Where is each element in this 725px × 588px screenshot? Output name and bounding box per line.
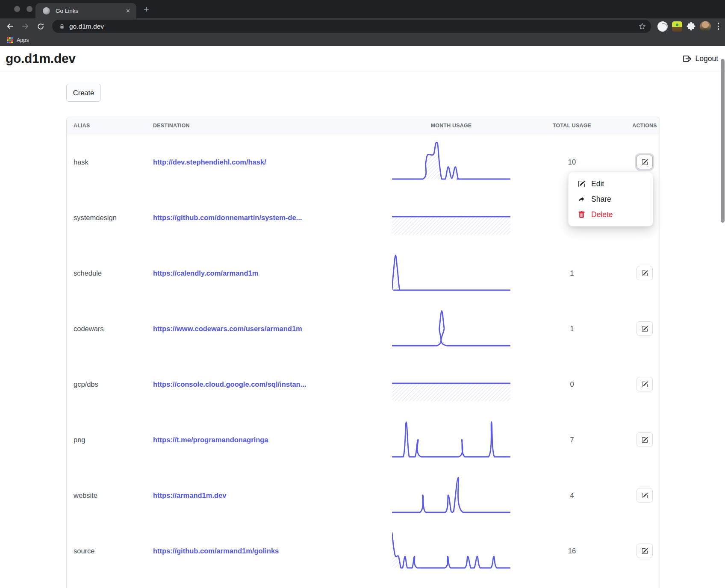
destination-link[interactable]: https://t.me/programandonagringa xyxy=(153,436,268,444)
actions-menu: Edit Share Delete xyxy=(568,172,653,226)
browser-menu-icon[interactable] xyxy=(715,23,722,29)
window-close-button[interactable] xyxy=(14,6,20,12)
alias-cell: gcp/dbs xyxy=(67,380,153,388)
table-row: gcp/dbs https://console.cloud.google.com… xyxy=(67,356,660,412)
table-row: png https://t.me/programandonagringa 7 xyxy=(67,412,660,467)
logout-label: Logout xyxy=(695,54,718,63)
column-header-total-usage: TOTAL USAGE xyxy=(514,123,630,129)
column-header-destination: DESTINATION xyxy=(153,123,388,129)
lock-icon[interactable] xyxy=(59,24,65,29)
total-usage-value: 1 xyxy=(514,325,630,333)
row-actions-button[interactable] xyxy=(637,544,653,558)
logout-icon xyxy=(683,55,691,63)
tab-close-icon[interactable]: ✕ xyxy=(124,7,132,15)
extension-grass-icon[interactable] xyxy=(672,21,682,32)
edit-pencil-icon xyxy=(642,270,648,276)
extension-shutter-icon[interactable] xyxy=(657,21,668,32)
column-header-actions: ACTIONS xyxy=(630,123,660,129)
total-usage-value: 4 xyxy=(514,491,630,500)
apps-label: Apps xyxy=(17,37,29,43)
menu-item-share-label: Share xyxy=(591,195,611,204)
url-text: go.d1m.dev xyxy=(69,23,639,30)
table-row: codewars https://www.codewars.com/users/… xyxy=(67,301,660,356)
table-header-row: ALIAS DESTINATION MONTH USAGE TOTAL USAG… xyxy=(67,117,660,134)
month-usage-sparkline xyxy=(392,308,510,347)
column-header-month-usage: MONTH USAGE xyxy=(388,123,514,129)
destination-link[interactable]: https://console.cloud.google.com/sql/ins… xyxy=(153,380,306,388)
table-row: schedule https://calendly.com/armand1m 1 xyxy=(67,245,660,301)
share-arrow-icon xyxy=(578,196,585,203)
tab-strip: Go Links ✕ + xyxy=(0,0,725,18)
month-usage-sparkline xyxy=(392,197,510,236)
edit-pencil-icon xyxy=(642,492,648,499)
edit-pencil-icon xyxy=(578,180,585,188)
total-usage-value: 0 xyxy=(514,380,630,388)
edit-pencil-icon xyxy=(642,381,648,388)
row-actions-button[interactable] xyxy=(637,432,653,447)
total-usage-value: 1 xyxy=(514,269,630,277)
destination-link[interactable]: https://calendly.com/armand1m xyxy=(153,269,258,277)
edit-pencil-icon xyxy=(642,159,648,165)
month-usage-sparkline xyxy=(392,253,510,292)
bookmark-star-icon[interactable] xyxy=(639,23,646,30)
total-usage-value: 7 xyxy=(514,436,630,444)
total-usage-value: 16 xyxy=(514,547,630,555)
page-title: go.d1m.dev xyxy=(6,51,76,66)
tab-title: Go Links xyxy=(56,8,124,14)
month-usage-sparkline xyxy=(392,530,510,570)
menu-item-edit-label: Edit xyxy=(591,179,604,188)
month-usage-sparkline xyxy=(392,364,510,403)
tab-favicon-icon xyxy=(43,7,50,15)
alias-cell: website xyxy=(67,491,153,500)
reload-button[interactable] xyxy=(34,23,47,30)
destination-link[interactable]: https://armand1m.dev xyxy=(153,491,226,499)
forward-button[interactable] xyxy=(19,22,32,30)
month-usage-sparkline xyxy=(392,141,510,181)
row-actions-button[interactable] xyxy=(637,488,653,503)
apps-grid-icon xyxy=(7,37,13,43)
total-usage-value: 10 xyxy=(514,158,630,166)
menu-item-delete[interactable]: Delete xyxy=(569,207,653,222)
table-row: source https://github.com/armand1m/golin… xyxy=(67,523,660,579)
row-actions-button[interactable] xyxy=(637,155,653,169)
destination-link[interactable]: https://www.codewars.com/users/armand1m xyxy=(153,325,302,332)
row-actions-button[interactable] xyxy=(637,321,653,336)
alias-cell: systemdesign xyxy=(67,214,153,222)
column-header-alias: ALIAS xyxy=(67,123,153,129)
month-usage-sparkline xyxy=(392,419,510,459)
trash-icon xyxy=(578,211,585,218)
bookmarks-apps-item[interactable]: Apps xyxy=(7,37,29,43)
edit-pencil-icon xyxy=(642,548,648,554)
profile-avatar[interactable] xyxy=(700,21,711,32)
alias-cell: source xyxy=(67,547,153,555)
back-button[interactable] xyxy=(3,22,16,30)
menu-item-edit[interactable]: Edit xyxy=(569,176,653,191)
destination-link[interactable]: https://github.com/armand1m/golinks xyxy=(153,547,279,555)
new-tab-button[interactable]: + xyxy=(141,4,152,15)
page-header: go.d1m.dev Logout xyxy=(0,46,725,71)
extensions-puzzle-icon[interactable] xyxy=(687,22,696,31)
bookmarks-bar: Apps xyxy=(0,34,725,46)
destination-link[interactable]: http://dev.stephendiehl.com/hask/ xyxy=(153,158,266,166)
alias-cell: hask xyxy=(67,158,153,166)
alias-cell: codewars xyxy=(67,325,153,333)
create-button[interactable]: Create xyxy=(66,84,101,102)
browser-tab[interactable]: Go Links ✕ xyxy=(35,3,136,18)
logout-button[interactable]: Logout xyxy=(683,54,718,63)
menu-item-delete-label: Delete xyxy=(591,210,613,219)
row-actions-button[interactable] xyxy=(637,377,653,391)
edit-pencil-icon xyxy=(642,437,648,443)
menu-item-share[interactable]: Share xyxy=(569,191,653,207)
table-row: website https://armand1m.dev 4 xyxy=(67,467,660,523)
row-actions-button[interactable] xyxy=(637,266,653,280)
alias-cell: png xyxy=(67,436,153,444)
destination-link[interactable]: https://github.com/donnemartin/system-de… xyxy=(153,214,302,221)
month-usage-sparkline xyxy=(392,475,510,514)
alias-cell: schedule xyxy=(67,269,153,277)
edit-pencil-icon xyxy=(642,326,648,332)
window-minimize-button[interactable] xyxy=(27,6,32,12)
browser-toolbar: go.d1m.dev xyxy=(0,18,725,34)
page-scrollbar-thumb[interactable] xyxy=(721,59,725,223)
address-bar[interactable]: go.d1m.dev xyxy=(52,20,651,33)
